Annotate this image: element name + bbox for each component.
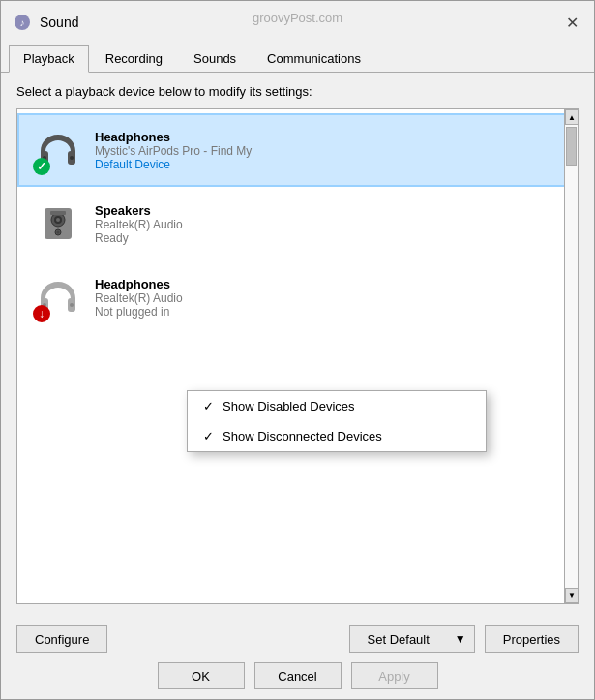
scrollbar: ▲ ▼ [564,109,578,603]
svg-point-16 [70,303,74,307]
close-button[interactable]: ✕ [550,1,594,44]
bottom-area: Configure Set Default ▼ Properties OK Ca… [1,616,594,699]
device-icon-headphones-realtek: ↓ [33,272,83,322]
scrollbar-down-button[interactable]: ▼ [565,588,579,603]
device-sub-speakers: Realtek(R) Audio [95,218,183,231]
checkmark-show-disabled: ✓ [203,399,223,413]
watermark: groovyPost.com [253,11,342,25]
tab-bar: Playback Recording Sounds Communications [1,44,594,73]
context-menu-label-show-disabled: Show Disabled Devices [223,399,355,413]
properties-button[interactable]: Properties [485,625,579,653]
scrollbar-thumb[interactable] [566,127,577,166]
context-menu-label-show-disconnected: Show Disconnected Devices [223,429,382,443]
context-menu-item-show-disconnected[interactable]: ✓ Show Disconnected Devices [188,421,486,451]
device-status-speakers: Ready [95,231,183,245]
svg-text:♪: ♪ [20,17,25,28]
cancel-button[interactable]: Cancel [254,662,342,689]
apply-button[interactable]: Apply [351,662,438,689]
checkmark-show-disconnected: ✓ [203,429,223,443]
tab-communications[interactable]: Communications [253,45,375,73]
set-default-dropdown-button[interactable]: ▼ [447,625,475,653]
svg-point-9 [56,218,60,222]
sound-dialog: ♪ Sound groovyPost.com ✕ Playback Record… [0,0,595,700]
device-sub-airpods: Mystic's AirPods Pro - Find My [95,144,252,158]
ok-button[interactable]: OK [158,662,245,689]
device-icon-headphones-airpods: ✓ [33,125,83,175]
device-status-realtek-hp: Not plugged in [95,305,183,319]
tab-playback[interactable]: Playback [9,45,89,73]
device-name-speakers: Speakers [95,203,183,218]
configure-button[interactable]: Configure [16,625,107,653]
device-item-headphones-airpods[interactable]: ✓ Headphones Mystic's AirPods Pro - Find… [17,113,578,187]
device-sub-realtek-hp: Realtek(R) Audio [95,291,183,305]
device-info-realtek-hp: Headphones Realtek(R) Audio Not plugged … [95,277,183,319]
device-item-headphones-realtek[interactable]: ↓ Headphones Realtek(R) Audio Not plugge… [17,260,578,334]
context-menu-item-show-disabled[interactable]: ✓ Show Disabled Devices [188,391,486,421]
set-default-button[interactable]: Set Default [349,625,447,653]
device-list-container: ✓ Headphones Mystic's AirPods Pro - Find… [16,108,579,604]
svg-rect-12 [50,211,66,215]
device-badge-green: ✓ [33,158,50,175]
device-item-speakers[interactable]: Speakers Realtek(R) Audio Ready [17,187,578,260]
device-status-airpods: Default Device [95,158,252,171]
device-list: ✓ Headphones Mystic's AirPods Pro - Find… [17,109,578,603]
device-icon-speakers [33,198,83,249]
instruction-text: Select a playback device below to modify… [16,84,579,99]
svg-point-5 [70,156,74,160]
svg-point-11 [57,231,60,234]
dialog-body: Select a playback device below to modify… [1,73,594,616]
tab-sounds[interactable]: Sounds [179,45,251,73]
sound-app-icon: ♪ [13,13,32,32]
device-info-airpods: Headphones Mystic's AirPods Pro - Find M… [95,130,252,171]
device-name-airpods: Headphones [95,130,252,144]
tab-recording[interactable]: Recording [91,45,177,73]
context-menu: ✓ Show Disabled Devices ✓ Show Disconnec… [187,390,487,452]
scrollbar-track [565,125,578,588]
device-info-speakers: Speakers Realtek(R) Audio Ready [95,203,183,245]
title-bar: ♪ Sound groovyPost.com ✕ [1,1,594,44]
action-row: Configure Set Default ▼ Properties [16,625,579,653]
ok-cancel-row: OK Cancel Apply [16,662,579,689]
device-name-realtek-hp: Headphones [95,277,183,291]
scrollbar-up-button[interactable]: ▲ [565,109,579,125]
device-badge-red: ↓ [33,305,50,322]
